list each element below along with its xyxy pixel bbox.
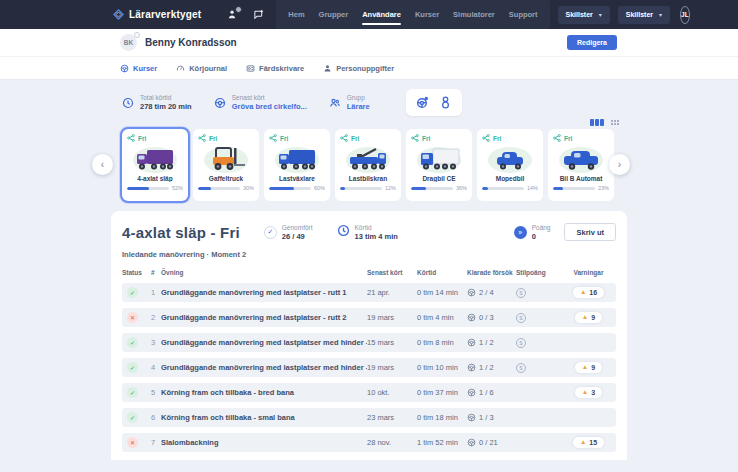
progress-percent: 30%	[243, 185, 254, 191]
completed-label: Genomfört	[282, 224, 313, 231]
warning-icon: ▲	[582, 314, 588, 321]
style-points-cell: S	[516, 338, 561, 348]
warnings-cell: ▲9	[575, 312, 602, 323]
stat-label: Grupp	[347, 94, 370, 101]
equipment-card	[406, 89, 462, 116]
progress-track	[127, 187, 169, 190]
invite-user-icon[interactable]	[227, 9, 238, 20]
tab-personuppgifter[interactable]: Personuppgifter	[323, 64, 394, 73]
edit-button[interactable]: Redigera	[567, 35, 617, 50]
drive-time-stat: Körtid 13 tim 4 min	[337, 223, 398, 241]
share-icon[interactable]	[198, 134, 206, 142]
vehicle-card-mopedbil[interactable]: Fri Mopedbil14%	[477, 129, 543, 201]
vehicle-card-bil-b-automat[interactable]: Fri Bil B Automat23%	[548, 129, 614, 201]
vehicle-image	[482, 143, 538, 174]
stat-label: Senast kört	[232, 94, 307, 101]
vehicle-card-lastbilskran[interactable]: Fri Lastbilskran12%	[335, 129, 401, 201]
table-row[interactable]: ✓6Körning fram och tillbaka - smal bana2…	[122, 408, 616, 427]
nav-item-grupper[interactable]: Grupper	[319, 0, 349, 29]
table-row[interactable]: ✕2Grundläggande manövrering med lastplat…	[122, 308, 616, 327]
exercise-name: Slalombackning	[161, 438, 367, 447]
filter-dropdown-2[interactable]: Skillster▾	[618, 6, 670, 24]
completed-value: 26 / 49	[282, 232, 313, 241]
vehicle-status: Fri	[493, 135, 501, 142]
warning-icon: ▲	[580, 289, 586, 296]
stat-senast-k-rt: Senast körtGröva bred cirkelfo...	[214, 94, 307, 111]
brand[interactable]: Lärarverktyget	[113, 6, 201, 24]
table-row[interactable]: ✓5Körning fram och tillbaka - bred bana1…	[122, 383, 616, 402]
progress-fill	[127, 187, 149, 190]
steering-wheel-icon	[467, 413, 476, 422]
tab-k-rjournal[interactable]: Körjournal	[176, 64, 227, 73]
nav-item-anv-ndare[interactable]: Användare	[362, 0, 401, 29]
completed-stat: ✓ Genomfört 26 / 49	[264, 224, 313, 241]
attempts-cell: 1 / 2	[467, 363, 516, 372]
stat-label: Total körtid	[140, 94, 192, 101]
last-driven: 28 nov.	[367, 438, 417, 447]
table-row[interactable]: ✕7Slalombackning28 nov.1 tim 52 min0 / 2…	[122, 433, 616, 452]
warning-icon: ▲	[582, 389, 588, 396]
col-header-: #	[151, 269, 161, 276]
nav-item-support[interactable]: Support	[509, 0, 538, 29]
progress-percent: 23%	[598, 185, 609, 191]
progress-fill	[482, 187, 488, 190]
share-icon[interactable]	[269, 134, 277, 142]
stat-value[interactable]: Lärare	[347, 102, 370, 111]
col-header-klarade-f-rs-k: Klarade försök	[467, 269, 516, 276]
print-button[interactable]: Skriv ut	[564, 223, 616, 241]
carousel-prev-button[interactable]: ‹	[92, 154, 113, 175]
vehicle-card-lastv-xlare[interactable]: Fri Lastväxlare60%	[264, 129, 330, 201]
person-icon	[323, 64, 332, 73]
share-icon[interactable]	[127, 134, 135, 142]
vehicle-card-gaffeltruck[interactable]: Fri Gaffeltruck30%	[193, 129, 259, 201]
carousel-next-button[interactable]: ›	[609, 154, 630, 175]
tab-kurser[interactable]: Kurser	[120, 64, 157, 73]
warning-pill: ▲3	[575, 387, 602, 398]
share-icon[interactable]	[482, 134, 490, 142]
share-icon[interactable]	[340, 134, 348, 142]
style-points-icon: S	[516, 338, 526, 348]
tab-label: Färdskrivare	[259, 64, 304, 73]
last-driven: 19 mars	[367, 363, 417, 372]
table-row[interactable]: ✓3Grundläggande manövrering med lastplat…	[122, 333, 616, 352]
status-fail-icon: ✕	[127, 437, 138, 448]
table-header: Status#ÖvningSenast körtKörtidKlarade fö…	[122, 269, 616, 283]
filter-dropdown-1[interactable]: Skillster▾	[558, 6, 610, 24]
table-row[interactable]: ✓4Grundläggande manövrering med lastplat…	[122, 358, 616, 377]
vehicle-name: Gaffeltruck	[198, 175, 254, 182]
vehicle-status: Fri	[422, 135, 430, 142]
steering-wheel-icon	[467, 338, 476, 347]
table-row[interactable]: ✓1Grundläggande manövrering med lastplat…	[122, 283, 616, 302]
attempts-value: 0 / 3	[479, 313, 494, 322]
progress-fill	[198, 187, 211, 190]
progress-track	[482, 187, 524, 190]
main-nav: HemGrupperAnvändareKurserSimulatorerSupp…	[276, 0, 549, 29]
new-message-icon[interactable]	[253, 9, 264, 20]
vehicle-image	[269, 143, 325, 174]
nav-item-kurser[interactable]: Kurser	[415, 0, 439, 29]
share-icon[interactable]	[553, 134, 561, 142]
vehicle-card-dragbil-ce[interactable]: Fri Dragbil CE36%	[406, 129, 472, 201]
nav-item-simulatorer[interactable]: Simulatorer	[453, 0, 495, 29]
share-icon[interactable]	[411, 134, 419, 142]
vehicle-card-4-axlat-sl-p[interactable]: Fri 4-axlat släp52%	[122, 129, 188, 201]
progress-percent: 60%	[314, 185, 325, 191]
vehicle-progress: 36%	[411, 185, 467, 191]
profile-header: BK Benny Konradsson Redigera	[0, 29, 738, 57]
drive-time-value: 13 tim 4 min	[355, 232, 398, 241]
tab-f-rdskrivare[interactable]: Färdskrivare	[246, 64, 304, 73]
topbar-icons	[227, 9, 264, 20]
vehicle-image	[340, 143, 396, 174]
grid-view-icon[interactable]	[611, 120, 620, 126]
stat-value[interactable]: Gröva bred cirkelfo...	[232, 102, 307, 111]
bar-view-icon[interactable]	[590, 119, 604, 126]
attempts-value: 1 / 2	[479, 363, 494, 372]
last-driven: 23 mars	[367, 413, 417, 422]
progress-percent: 12%	[385, 185, 396, 191]
nav-item-hem[interactable]: Hem	[288, 0, 304, 29]
last-driven: 19 mars	[367, 313, 417, 322]
warnings-cell: ▲3	[575, 387, 602, 398]
exercise-number: 6	[151, 413, 161, 422]
user-avatar[interactable]: JL	[680, 6, 690, 24]
vehicle-card-top: Fri	[269, 134, 325, 142]
